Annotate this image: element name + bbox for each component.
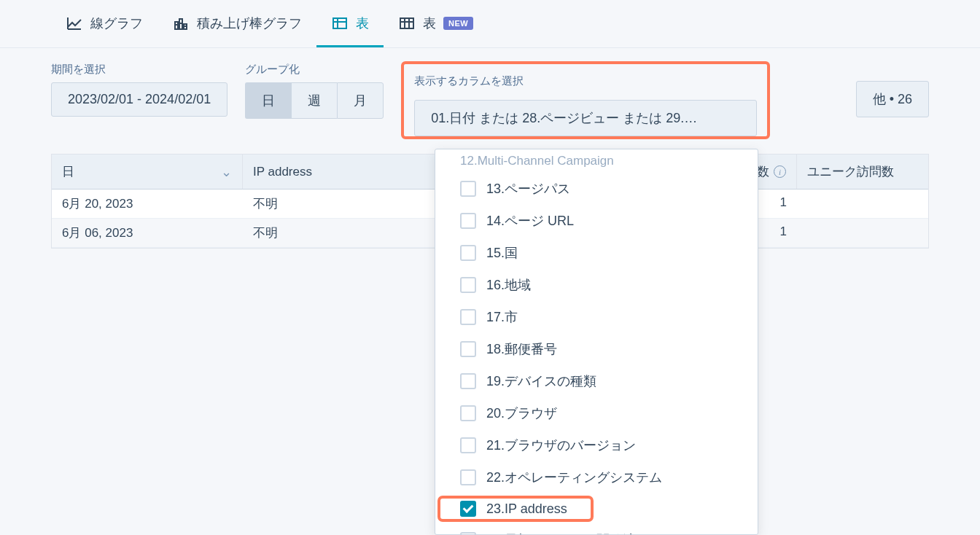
dropdown-item[interactable]: 20.ブラウザ [435,397,758,429]
tab-label: 表 [356,15,369,32]
columns-filter-highlight: 表示するカラムを選択 01.日付 または 28.ページビュー または 29.… [401,61,770,139]
checkbox[interactable] [460,181,476,197]
group-week-button[interactable]: 週 [291,82,337,119]
th-day[interactable]: 日 ⌄ [52,155,243,189]
dropdown-item[interactable]: 15.国 [435,237,758,269]
dropdown-item-label: 18.郵便番号 [486,340,557,358]
dropdown-item-label: 21.ブラウザのバージョン [486,437,636,454]
checkbox[interactable] [460,437,476,453]
dropdown-item-label: 23.IP address [486,501,567,517]
dropdown-clipped-item: 12.Multi-Channel Campaign [435,152,758,173]
tab-label: 表 [423,15,436,32]
checkbox[interactable] [460,469,476,485]
columns-dropdown[interactable]: 12.Multi-Channel Campaign 13.ページパス14.ページ… [435,149,758,535]
dropdown-item-label: 17.市 [486,308,518,326]
dropdown-item-label: 24.最初のページ：閲覧済み [486,531,649,535]
dropdown-item[interactable]: 21.ブラウザのバージョン [435,429,758,461]
checkbox[interactable] [460,277,476,293]
dropdown-item[interactable]: 17.市 [435,301,758,333]
cell-ip: 不明 [243,190,447,218]
checkbox[interactable] [460,405,476,421]
columns-label: 表示するカラムを選択 [414,74,757,88]
dropdown-item-label: 22.オペレーティングシステム [486,469,662,486]
dropdown-item-label: 16.地域 [486,276,531,294]
checkbox[interactable] [460,341,476,357]
line-chart-icon [66,15,83,32]
dropdown-item-label: 15.国 [486,244,518,262]
other-filters-button[interactable]: 他 • 26 [856,81,929,117]
dropdown-item[interactable]: 19.デバイスの種類 [435,365,758,397]
checkbox[interactable] [460,501,476,517]
group-filter: グループ化 日 週 月 [245,63,384,119]
checkbox[interactable] [460,532,476,535]
th-unique[interactable]: ユニーク訪問数 [797,155,928,189]
dropdown-item-label: 13.ページパス [486,180,570,198]
table-icon [331,15,349,32]
th-ip[interactable]: IP address [243,155,447,189]
tab-table-2[interactable]: 表 NEW [384,0,488,47]
th-label: 日 [62,163,74,180]
th-label: IP address [253,165,312,179]
group-day-button[interactable]: 日 [245,82,291,119]
cell-unique [797,219,928,247]
spacer-label [856,63,929,75]
columns-select-button[interactable]: 01.日付 または 28.ページビュー または 29.… [414,100,757,136]
dropdown-item-label: 19.デバイスの種類 [486,372,596,390]
period-select-button[interactable]: 2023/02/01 - 2024/02/01 [51,82,228,117]
dropdown-item[interactable]: 13.ページパス [435,173,758,205]
group-month-button[interactable]: 月 [337,82,384,119]
new-badge: NEW [443,17,473,30]
other-filter: 他 • 26 [856,63,929,117]
svg-rect-9 [400,18,413,28]
info-icon[interactable]: i [774,165,786,178]
checkbox[interactable] [460,309,476,325]
checkbox[interactable] [460,213,476,229]
th-label: ユニーク訪問数 [807,163,894,180]
period-filter: 期間を選択 2023/02/01 - 2024/02/01 [51,63,228,117]
tab-table-1[interactable]: 表 [316,0,384,47]
filter-row: 期間を選択 2023/02/01 - 2024/02/01 グループ化 日 週 … [0,63,980,154]
chevron-down-icon: ⌄ [221,164,232,180]
tab-line-chart[interactable]: 線グラフ [51,0,158,47]
dropdown-item[interactable]: 18.郵便番号 [435,333,758,365]
cell-day: 6月 20, 2023 [52,190,243,218]
tab-label: 線グラフ [90,15,143,32]
svg-rect-6 [333,18,346,28]
cell-unique [797,190,928,218]
checkbox[interactable] [460,245,476,261]
dropdown-item[interactable]: 14.ページ URL [435,205,758,237]
period-label: 期間を選択 [51,63,228,77]
dropdown-item-label: 14.ページ URL [486,212,574,230]
table-icon [398,15,416,32]
dropdown-item[interactable]: 24.最初のページ：閲覧済み [435,524,758,535]
dropdown-item[interactable]: 16.地域 [435,269,758,301]
group-button-group: 日 週 月 [245,82,384,119]
stacked-bar-icon [172,15,190,32]
dropdown-item[interactable]: 23.IP address [435,493,596,524]
tab-label: 積み上げ棒グラフ [197,15,302,32]
group-label: グループ化 [245,63,384,77]
checkbox[interactable] [460,373,476,389]
cell-ip: 不明 [243,219,447,247]
tab-stacked-bar[interactable]: 積み上げ棒グラフ [158,0,316,47]
dropdown-item[interactable]: 22.オペレーティングシステム [435,461,758,493]
dropdown-item-label: 20.ブラウザ [486,405,557,422]
cell-day: 6月 06, 2023 [52,219,243,247]
chart-type-tabs: 線グラフ 積み上げ棒グラフ 表 表 NEW [0,0,980,48]
columns-filter: 表示するカラムを選択 01.日付 または 28.ページビュー または 29.… [414,74,757,136]
